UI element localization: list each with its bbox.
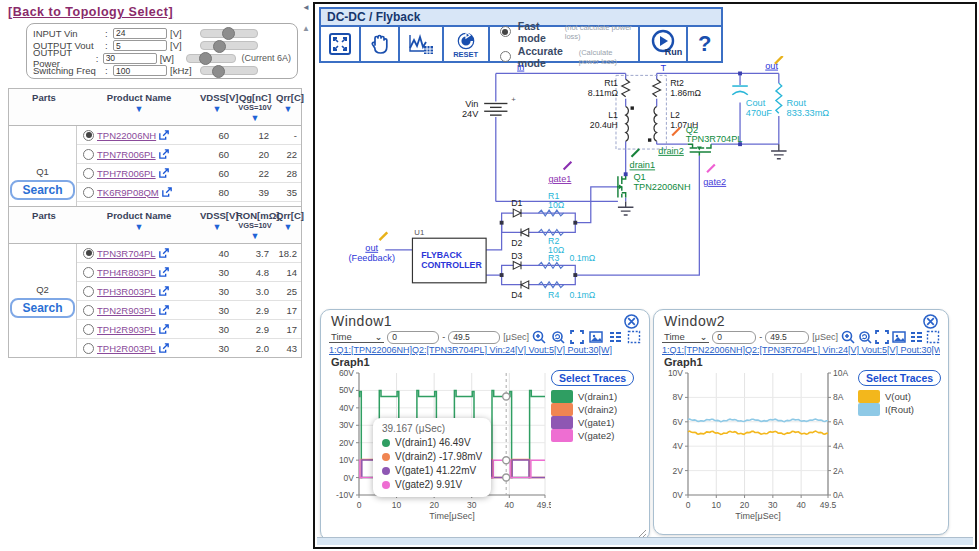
part-radio[interactable]: [83, 267, 94, 278]
external-link-icon[interactable]: [159, 343, 169, 353]
region-select-icon[interactable]: [926, 330, 940, 344]
data-list-icon[interactable]: [608, 330, 622, 344]
fit-graph-icon[interactable]: [570, 330, 584, 344]
part-search-button[interactable]: Search: [10, 298, 74, 318]
window2-range-to-input[interactable]: [765, 331, 809, 344]
zoom-reset-icon[interactable]: [551, 330, 565, 344]
window1-plot-area[interactable]: 60V50V40V30V20V10V0V-10V01020304049.5Tim…: [329, 368, 551, 530]
product-link[interactable]: TPH3R003PL: [97, 286, 156, 297]
slider-knob[interactable]: [199, 52, 212, 65]
param-slider[interactable]: [200, 66, 258, 75]
window2-select-traces-button[interactable]: Select Traces: [858, 370, 941, 386]
horizontal-scrollbar[interactable]: [317, 537, 973, 545]
filter-icon[interactable]: ▼: [200, 223, 234, 232]
back-to-topology-link[interactable]: [Back to Topology Select]: [8, 5, 173, 19]
external-link-icon[interactable]: [159, 168, 169, 178]
filter-icon[interactable]: ▼: [276, 223, 300, 232]
filter-icon[interactable]: ▼: [236, 114, 274, 123]
part-radio[interactable]: [83, 149, 94, 160]
zoom-in-icon[interactable]: [841, 330, 855, 344]
legend-item[interactable]: V(drain1): [551, 390, 617, 403]
product-link[interactable]: TK6R9P08QM: [97, 187, 159, 198]
window1-select-traces-button[interactable]: Select Traces: [551, 370, 634, 386]
part-radio[interactable]: [83, 343, 94, 354]
window2-result-link[interactable]: 1:Q1:[TPN22006NH]Q2:[TPN3R704PL] Vin:24[…: [662, 345, 940, 355]
filter-icon[interactable]: ▼: [276, 105, 300, 114]
param-slider[interactable]: [186, 54, 237, 63]
window1-range-type-select[interactable]: Time ⌄: [329, 331, 384, 343]
window2-close-icon[interactable]: [923, 314, 938, 329]
drain1-node-label[interactable]: drain1: [630, 160, 656, 170]
waveform-window-1[interactable]: Window1 Time ⌄ - [μSec] 1:Q1:[TPN22006NH…: [320, 309, 650, 541]
external-link-icon[interactable]: [159, 286, 169, 296]
region-select-icon[interactable]: [627, 330, 641, 344]
part-radio[interactable]: [83, 248, 94, 259]
param-input[interactable]: [113, 65, 167, 76]
part-radio[interactable]: [83, 187, 94, 198]
product-link[interactable]: TPN22006NH: [97, 130, 156, 141]
param-slider[interactable]: [200, 29, 258, 38]
feedback-node-label[interactable]: out: [365, 243, 378, 253]
external-link-icon[interactable]: [159, 130, 169, 140]
collapse-arrow-icon[interactable]: ◄: [302, 3, 310, 12]
window1-close-icon[interactable]: [624, 314, 639, 329]
save-image-icon[interactable]: [589, 330, 603, 344]
param-slider[interactable]: [200, 41, 258, 50]
zoom-reset-icon[interactable]: [858, 330, 872, 344]
window1-range-from-input[interactable]: [387, 331, 439, 344]
external-link-icon[interactable]: [159, 267, 169, 277]
filter-icon[interactable]: ▼: [236, 232, 274, 241]
slider-knob[interactable]: [212, 65, 225, 78]
slider-knob[interactable]: [222, 27, 235, 40]
param-input[interactable]: [113, 40, 167, 51]
save-image-icon[interactable]: [892, 330, 906, 344]
gate1-node-label[interactable]: gate1: [548, 174, 571, 184]
product-link[interactable]: TPH2R003PL: [97, 343, 156, 354]
filter-icon[interactable]: ▼: [200, 105, 234, 114]
external-link-icon[interactable]: [159, 149, 169, 159]
legend-item[interactable]: V(drain2): [551, 403, 617, 416]
circuit-schematic[interactable]: + Vin 24V T Rt1 8.11mΩ Rt2 1.86mΩ L1 20.…: [321, 56, 973, 308]
product-link[interactable]: TPH2R903PL: [97, 324, 156, 335]
drain2-node-label[interactable]: drain2: [658, 146, 684, 156]
zoom-in-icon[interactable]: [532, 330, 546, 344]
legend-item[interactable]: V(gate1): [551, 416, 617, 429]
fast-mode-radio[interactable]: [500, 26, 511, 37]
external-link-icon[interactable]: [159, 324, 169, 334]
product-link[interactable]: TPN2R903PL: [97, 305, 156, 316]
window2-range-from-input[interactable]: [712, 331, 756, 344]
in-node-label[interactable]: in: [517, 62, 524, 72]
legend-item[interactable]: I(Rout): [858, 403, 914, 416]
slider-knob[interactable]: [213, 40, 226, 53]
filter-icon[interactable]: ▼: [80, 105, 198, 114]
part-search-button[interactable]: Search: [10, 180, 74, 200]
part-radio[interactable]: [83, 305, 94, 316]
external-link-icon[interactable]: [162, 187, 172, 197]
external-link-icon[interactable]: [159, 248, 169, 258]
external-link-icon[interactable]: [159, 305, 169, 315]
window2-plot-area[interactable]: 10V8V6V4V2V0V10A8A6A4A2A0A01020304049.5T…: [662, 368, 858, 530]
product-link[interactable]: TPH7R006PL: [97, 168, 156, 179]
part-radio[interactable]: [83, 130, 94, 141]
window1-range-to-input[interactable]: [448, 331, 500, 344]
panel-splitter[interactable]: ◄ ▲: [300, 0, 313, 551]
param-input[interactable]: [103, 53, 157, 64]
window2-range-type-select[interactable]: Time ⌄: [662, 331, 709, 343]
fast-mode-option[interactable]: Fast mode (not calculate power loss): [494, 20, 634, 44]
part-radio[interactable]: [83, 286, 94, 297]
part-radio[interactable]: [83, 168, 94, 179]
product-link[interactable]: TPN7R006PL: [97, 149, 156, 160]
legend-item[interactable]: V(gate2): [551, 429, 617, 442]
product-link[interactable]: TPN3R704PL: [97, 248, 156, 259]
legend-item[interactable]: V(out): [858, 390, 914, 403]
window1-result-link[interactable]: 1:Q1:[TPN22006NH]Q2:[TPN3R704PL] Vin:24[…: [329, 345, 641, 355]
fit-graph-icon[interactable]: [875, 330, 889, 344]
part-radio[interactable]: [83, 324, 94, 335]
waveform-window-2[interactable]: Window2 Time ⌄ - [μSec] 1:Q1:[TPN22006NH…: [653, 309, 949, 535]
filter-icon[interactable]: ▼: [80, 223, 198, 232]
gate2-node-label[interactable]: gate2: [703, 177, 726, 187]
param-input[interactable]: [113, 28, 167, 39]
product-link[interactable]: TPH4R803PL: [97, 267, 156, 278]
data-list-icon[interactable]: [909, 330, 923, 344]
scroll-up-icon[interactable]: ▲: [302, 24, 310, 33]
